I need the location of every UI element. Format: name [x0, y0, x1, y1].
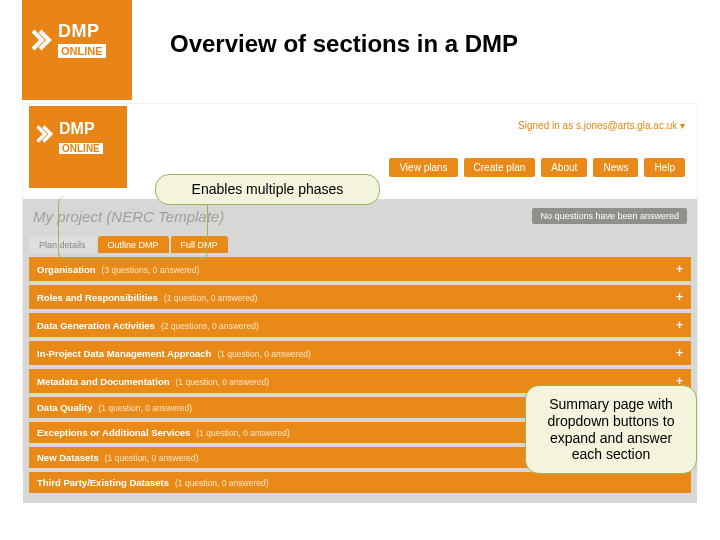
section-meta: (1 question, 0 answered)	[176, 377, 270, 387]
section-meta: (1 question, 0 answered)	[217, 349, 311, 359]
section-row[interactable]: Third Party/Existing Datasets(1 question…	[29, 472, 691, 493]
section-title: Roles and Responsibilities	[37, 292, 158, 303]
nav-about[interactable]: About	[541, 158, 587, 177]
section-title: Exceptions or Additional Services	[37, 427, 190, 438]
app-logo-top: DMP	[59, 120, 121, 138]
logo-brand-bottom: ONLINE	[58, 44, 106, 58]
chevron-right-icon	[35, 124, 55, 144]
section-meta: (1 question, 0 answered)	[164, 293, 258, 303]
expand-icon[interactable]: +	[676, 262, 683, 276]
section-title: Metadata and Documentation	[37, 376, 170, 387]
app-logo: DMP ONLINE	[29, 106, 127, 188]
section-title: Third Party/Existing Datasets	[37, 477, 169, 488]
section-title: Organisation	[37, 264, 96, 275]
section-meta: (2 questions, 0 answered)	[161, 321, 259, 331]
logo-brand-top: DMP	[58, 22, 124, 42]
section-row[interactable]: Roles and Responsibilities(1 question, 0…	[29, 285, 691, 309]
section-row[interactable]: Data Generation Activities(2 questions, …	[29, 313, 691, 337]
nav-news[interactable]: News	[593, 158, 638, 177]
signed-in-link[interactable]: Signed in as s.jones@arts.gla.ac.uk ▾	[518, 120, 685, 131]
top-nav: View plans Create plan About News Help	[389, 158, 685, 177]
section-title: New Datasets	[37, 452, 99, 463]
section-title: In-Project Data Management Approach	[37, 348, 211, 359]
callout-summary: Summary page with dropdown buttons to ex…	[525, 385, 697, 474]
section-meta: (1 question, 0 answered)	[175, 478, 269, 488]
section-title: Data Quality	[37, 402, 92, 413]
nav-view-plans[interactable]: View plans	[389, 158, 457, 177]
callout-connector	[58, 196, 208, 260]
nav-create-plan[interactable]: Create plan	[464, 158, 536, 177]
answer-status-badge: No questions have been answered	[532, 208, 687, 224]
section-meta: (3 questions, 0 answered)	[102, 265, 200, 275]
section-meta: (1 question, 0 answered)	[196, 428, 290, 438]
callout-phases: Enables multiple phases	[155, 174, 380, 205]
app-logo-bottom: ONLINE	[59, 143, 103, 154]
chevron-right-icon	[30, 28, 54, 52]
section-title: Data Generation Activities	[37, 320, 155, 331]
slide-logo: DMP ONLINE	[22, 0, 132, 100]
section-row[interactable]: In-Project Data Management Approach(1 qu…	[29, 341, 691, 365]
expand-icon[interactable]: +	[676, 290, 683, 304]
section-meta: (1 question, 0 answered)	[105, 453, 199, 463]
expand-icon[interactable]: +	[676, 346, 683, 360]
expand-icon[interactable]: +	[676, 318, 683, 332]
slide-title: Overview of sections in a DMP	[170, 30, 518, 58]
section-meta: (1 question, 0 answered)	[98, 403, 192, 413]
section-row[interactable]: Organisation(3 questions, 0 answered) +	[29, 257, 691, 281]
nav-help[interactable]: Help	[644, 158, 685, 177]
